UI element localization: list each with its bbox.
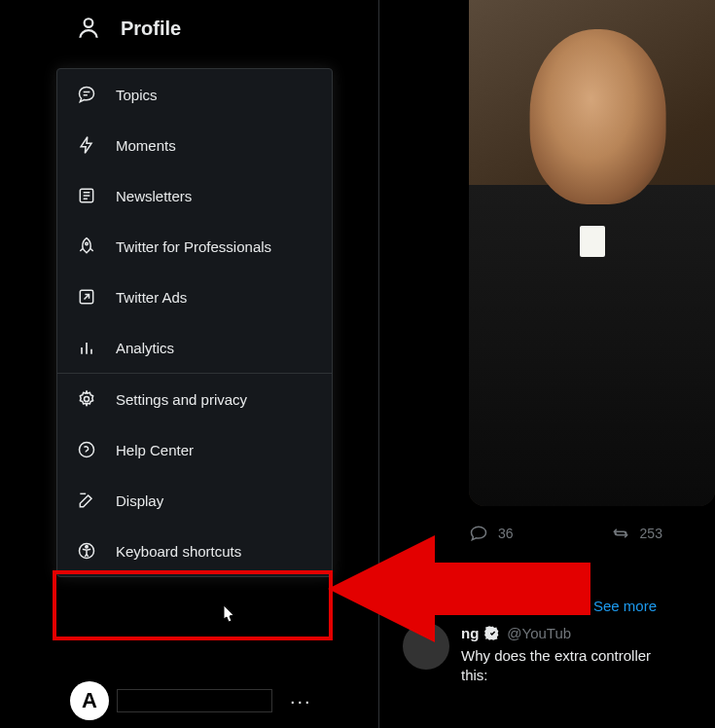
retweet-button[interactable]: 253 bbox=[611, 524, 662, 543]
menu-item-ads[interactable]: Twitter Ads bbox=[57, 272, 332, 322]
more-menu: Topics Moments Newsletters Twitter for P… bbox=[56, 68, 333, 577]
post-image[interactable] bbox=[469, 0, 715, 506]
more-dots-icon[interactable]: ··· bbox=[290, 690, 312, 712]
post-body: Why does the extra controller this: bbox=[461, 646, 651, 685]
bar-chart-icon bbox=[77, 338, 96, 357]
profile-icon bbox=[76, 16, 101, 41]
timeline: 36 253 See more ng @YouTub Why does the … bbox=[379, 0, 715, 728]
nav-profile[interactable]: Profile bbox=[0, 0, 378, 56]
svg-point-7 bbox=[86, 546, 89, 549]
post-author-handle[interactable]: @YouTub bbox=[507, 625, 571, 641]
menu-item-label: Twitter Ads bbox=[116, 289, 187, 306]
svg-point-0 bbox=[85, 18, 93, 27]
menu-item-help[interactable]: Help Center bbox=[57, 424, 332, 475]
reply-button[interactable]: 36 bbox=[469, 524, 514, 543]
menu-item-settings[interactable]: Settings and privacy bbox=[57, 374, 332, 424]
menu-item-display[interactable]: Display bbox=[57, 475, 332, 526]
rocket-icon bbox=[77, 237, 96, 256]
menu-item-label: Twitter for Professionals bbox=[116, 238, 271, 255]
svg-point-2 bbox=[86, 242, 89, 245]
external-link-icon bbox=[77, 287, 96, 307]
account-switcher[interactable]: A ··· bbox=[70, 681, 312, 720]
edit-icon bbox=[77, 491, 96, 510]
nav-profile-label: Profile bbox=[121, 18, 181, 40]
retweet-count: 253 bbox=[640, 526, 662, 541]
menu-item-label: Help Center bbox=[116, 442, 194, 458]
post-author-name[interactable]: ng bbox=[461, 625, 479, 641]
account-info bbox=[117, 689, 272, 712]
menu-item-label: Moments bbox=[116, 137, 176, 154]
menu-item-label: Newsletters bbox=[116, 188, 192, 204]
menu-item-label: Topics bbox=[116, 87, 158, 103]
menu-item-label: Keyboard shortcuts bbox=[116, 543, 241, 560]
user-avatar: A bbox=[70, 681, 109, 720]
reply-icon bbox=[469, 524, 488, 543]
gear-icon bbox=[77, 389, 96, 409]
retweet-icon bbox=[611, 524, 630, 543]
speech-bubble-icon bbox=[77, 85, 96, 104]
priest-photo bbox=[469, 0, 715, 506]
menu-item-label: Analytics bbox=[116, 340, 174, 356]
menu-item-topics[interactable]: Topics bbox=[57, 69, 332, 120]
see-more-link[interactable]: See more bbox=[593, 598, 657, 614]
lightning-icon bbox=[77, 135, 96, 155]
help-circle-icon bbox=[77, 440, 96, 459]
post-header: ng @YouTub bbox=[461, 625, 571, 641]
menu-item-newsletters[interactable]: Newsletters bbox=[57, 170, 332, 221]
menu-item-professionals[interactable]: Twitter for Professionals bbox=[57, 221, 332, 272]
accessibility-icon bbox=[77, 541, 96, 561]
menu-item-label: Settings and privacy bbox=[116, 391, 247, 408]
reply-count: 36 bbox=[498, 526, 514, 541]
newsletter-icon bbox=[77, 186, 96, 205]
verified-badge-icon bbox=[484, 625, 501, 641]
menu-item-keyboard[interactable]: Keyboard shortcuts bbox=[57, 526, 332, 576]
post-actions: 36 253 bbox=[469, 524, 715, 543]
menu-item-moments[interactable]: Moments bbox=[57, 120, 332, 170]
sidebar: Profile Topics Moments Newsletters Twitt… bbox=[0, 0, 379, 728]
menu-item-analytics[interactable]: Analytics bbox=[57, 322, 332, 373]
svg-point-4 bbox=[85, 397, 89, 402]
menu-item-label: Display bbox=[116, 492, 163, 509]
post-avatar[interactable] bbox=[403, 623, 449, 670]
